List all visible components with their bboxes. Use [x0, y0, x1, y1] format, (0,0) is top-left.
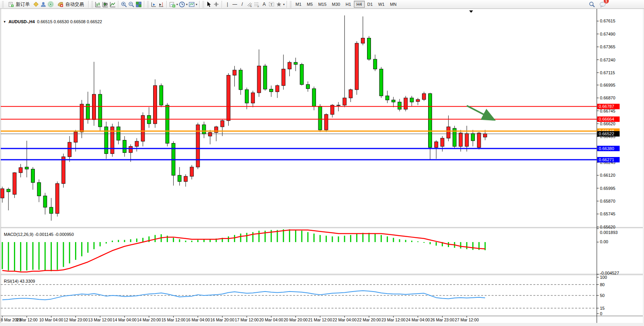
- candle-body: [398, 102, 401, 109]
- new-chart-icon[interactable]: [169, 1, 176, 8]
- chat-icon[interactable]: 1: [599, 1, 606, 8]
- toolbar-grip[interactable]: [91, 1, 93, 7]
- candle-body: [471, 133, 475, 141]
- candle-body: [245, 90, 249, 103]
- text-label-tool-icon[interactable]: T: [268, 1, 275, 8]
- search-icon[interactable]: [588, 1, 595, 8]
- svg-text:23 Mar 12:00: 23 Mar 12:00: [381, 317, 405, 322]
- svg-text:0: 0: [600, 311, 602, 316]
- toolbar-separator: [88, 1, 89, 8]
- toolbar-grip[interactable]: [2, 1, 4, 7]
- candle-body: [483, 134, 487, 137]
- timeframe-group: M1M5M15M30H1H4D1W1MN: [293, 1, 399, 8]
- candle-body: [190, 167, 193, 176]
- candle-body: [74, 132, 77, 142]
- candlestick-mode-icon[interactable]: [102, 1, 109, 8]
- timeframe-M15[interactable]: M15: [316, 1, 329, 8]
- auto-trading-button[interactable]: 自动交易: [55, 0, 86, 9]
- candle-body: [92, 94, 96, 119]
- timeframe-H1[interactable]: H1: [343, 1, 354, 8]
- bar-chart-mode-icon[interactable]: [94, 1, 101, 8]
- candle-body: [80, 104, 84, 132]
- svg-text:E: E: [250, 5, 252, 7]
- timeframe-M1[interactable]: M1: [293, 1, 304, 8]
- svg-text:0.67365: 0.67365: [600, 44, 615, 49]
- trendline-tool-icon[interactable]: /: [239, 1, 246, 8]
- market-watch-icon[interactable]: [40, 1, 47, 8]
- candle-body: [50, 207, 53, 213]
- toolbar-separator: [199, 1, 200, 8]
- timeframe-W1[interactable]: W1: [376, 1, 388, 8]
- auto-scroll-icon[interactable]: [150, 1, 157, 8]
- candle-body: [56, 184, 59, 213]
- candle-body: [386, 96, 389, 100]
- line-chart-mode-icon[interactable]: [109, 1, 116, 8]
- template-icon[interactable]: [188, 1, 195, 8]
- period-dropdown[interactable]: ▾: [186, 3, 188, 6]
- text-tool-icon[interactable]: A: [261, 1, 268, 8]
- vertical-line-tool-icon[interactable]: |: [224, 1, 231, 8]
- timeframe-D1[interactable]: D1: [365, 1, 376, 8]
- period-icon[interactable]: [178, 1, 185, 8]
- toolbar-grip[interactable]: [290, 1, 292, 7]
- candle-body: [239, 70, 243, 90]
- svg-text:0.67490: 0.67490: [600, 32, 615, 36]
- candle-body: [367, 38, 371, 59]
- svg-text:24 Mar 04:00: 24 Mar 04:00: [406, 317, 430, 322]
- zoom-out-icon[interactable]: [128, 1, 135, 8]
- candle-body: [465, 133, 468, 146]
- chart-canvas[interactable]: 0.676150.674900.673650.672400.671150.669…: [0, 9, 644, 326]
- candle-body: [19, 167, 22, 172]
- svg-text:0.67115: 0.67115: [600, 70, 615, 75]
- template-dropdown[interactable]: ▾: [196, 3, 197, 6]
- horizontal-line-tool-icon[interactable]: —: [231, 1, 238, 8]
- cursor-icon[interactable]: [205, 1, 212, 8]
- price-tag-label: 0.66380: [599, 146, 614, 151]
- candle-body: [208, 133, 212, 136]
- arrows-tool-dropdown[interactable]: ▾: [283, 3, 285, 6]
- svg-text:27 Mar 12:00: 27 Mar 12:00: [455, 317, 479, 322]
- notification-badge[interactable]: 1: [603, 0, 609, 4]
- market-depth-icon[interactable]: [32, 1, 39, 8]
- arrows-tool-icon[interactable]: [275, 1, 282, 8]
- svg-text:15 Mar 12:00: 15 Mar 12:00: [161, 317, 185, 322]
- candle-body: [129, 147, 132, 153]
- chart-area[interactable]: 0.676150.674900.673650.672400.671150.669…: [0, 9, 644, 326]
- new-order-button[interactable]: 新订单: [5, 0, 32, 9]
- svg-text:21 Mar 12:00: 21 Mar 12:00: [308, 317, 332, 322]
- rsi-name: RSI(14): [4, 279, 19, 283]
- candle-body: [37, 183, 41, 196]
- candle-body: [251, 93, 255, 103]
- channel-tool-icon[interactable]: E: [246, 1, 253, 8]
- crosshair-icon[interactable]: [213, 1, 220, 8]
- signals-icon[interactable]: [47, 1, 54, 8]
- svg-text:9 Mar 12:00: 9 Mar 12:00: [16, 317, 38, 322]
- candle-body: [178, 175, 181, 181]
- auto-trading-label: 自动交易: [65, 1, 84, 8]
- fibonacci-tool-icon[interactable]: F: [253, 1, 260, 8]
- timeframe-H4[interactable]: H4: [354, 1, 365, 8]
- candle-body: [355, 43, 359, 90]
- timeframe-M5[interactable]: M5: [304, 1, 315, 8]
- candle-body: [434, 142, 438, 148]
- zoom-in-icon[interactable]: [120, 1, 127, 8]
- candle-body: [349, 90, 352, 98]
- svg-text:0.66995: 0.66995: [600, 83, 615, 87]
- timeframe-M30[interactable]: M30: [329, 1, 343, 8]
- svg-text:22 Mar 04:00: 22 Mar 04:00: [333, 317, 357, 322]
- candle-body: [13, 173, 16, 195]
- timeframe-MN[interactable]: MN: [387, 1, 399, 8]
- chart-shift-icon[interactable]: [157, 1, 164, 8]
- toolbar-grip[interactable]: [147, 1, 149, 7]
- new-chart-dropdown[interactable]: ▾: [176, 3, 178, 6]
- svg-text:0.65995: 0.65995: [600, 186, 615, 191]
- candle-body: [7, 189, 10, 192]
- toolbar-grip[interactable]: [202, 1, 204, 7]
- chart-collapse-icon[interactable]: ▼: [3, 20, 6, 24]
- toolbar: 新订单 自动交易: [0, 0, 644, 9]
- candle-body: [276, 85, 279, 92]
- new-order-icon: [7, 1, 14, 8]
- tile-windows-icon[interactable]: [135, 1, 142, 8]
- svg-text:10 Mar 04:00: 10 Mar 04:00: [39, 317, 63, 322]
- candle-body: [429, 94, 432, 147]
